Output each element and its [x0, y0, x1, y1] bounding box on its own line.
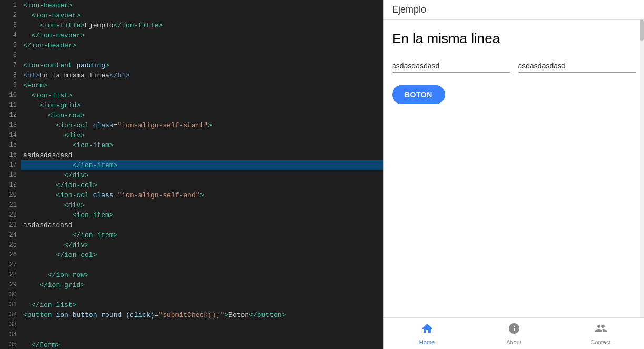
code-line[interactable]: <ion-row> — [21, 110, 383, 120]
line-number: 15 — [0, 140, 17, 150]
about-nav-label: About — [506, 339, 521, 345]
preview-panel: Ejemplo En la misma linea BOTON Home Abo… — [383, 0, 644, 349]
code-line[interactable]: <ion-navbar> — [21, 11, 383, 20]
code-line[interactable]: <ion-grid> — [21, 100, 383, 110]
line-number: 18 — [0, 170, 17, 180]
code-line[interactable]: </ion-item> — [21, 160, 383, 170]
line-number: 21 — [0, 200, 17, 210]
input-row — [392, 59, 636, 73]
code-line[interactable]: </div> — [21, 170, 383, 180]
line-number: 26 — [0, 250, 17, 260]
about-icon — [508, 322, 520, 338]
code-line[interactable]: </ion-col> — [21, 180, 383, 190]
code-content[interactable]: <ion-header> <ion-navbar> <ion-title>Eje… — [21, 0, 383, 349]
line-number: 7 — [0, 60, 17, 70]
code-line[interactable]: <ion-content padding> — [21, 60, 383, 70]
line-number: 22 — [0, 210, 17, 220]
code-line[interactable]: <ion-title>Ejemplo</ion-title> — [21, 20, 383, 30]
code-line[interactable] — [21, 290, 383, 300]
code-line[interactable] — [21, 330, 383, 340]
input-field-2[interactable] — [518, 59, 636, 73]
code-line[interactable] — [21, 320, 383, 330]
preview-content: En la misma linea BOTON — [384, 20, 644, 317]
bottom-nav: Home About Contact — [384, 317, 644, 349]
code-line[interactable]: <ion-col class="ion-align-self-end"> — [21, 190, 383, 200]
line-number: 8 — [0, 70, 17, 80]
nav-item-home[interactable]: Home — [384, 322, 470, 345]
preview-header: Ejemplo — [384, 0, 644, 20]
line-number: 6 — [0, 50, 17, 60]
code-area: 1234567891011121314151617181920212223242… — [0, 0, 383, 349]
line-number: 14 — [0, 130, 17, 140]
code-line[interactable] — [21, 50, 383, 60]
code-line[interactable]: <div> — [21, 200, 383, 210]
line-number: 23 — [0, 220, 17, 230]
code-line[interactable]: <h1>En la misma linea</h1> — [21, 70, 383, 80]
boton-button[interactable]: BOTON — [392, 85, 445, 104]
line-number: 19 — [0, 180, 17, 190]
line-number: 25 — [0, 240, 17, 250]
code-line[interactable]: </ion-row> — [21, 270, 383, 280]
contact-nav-label: Contact — [591, 339, 611, 345]
code-line[interactable]: <ion-item> — [21, 140, 383, 150]
line-number: 10 — [0, 90, 17, 100]
line-number: 33 — [0, 320, 17, 330]
code-line[interactable]: <ion-header> — [21, 1, 383, 11]
code-line[interactable]: <div> — [21, 130, 383, 140]
line-number: 4 — [0, 30, 17, 40]
line-number: 12 — [0, 110, 17, 120]
code-line[interactable]: <ion-item> — [21, 210, 383, 220]
line-number: 2 — [0, 11, 17, 20]
line-number: 13 — [0, 120, 17, 130]
code-line[interactable]: </div> — [21, 240, 383, 250]
code-line[interactable]: </ion-list> — [21, 300, 383, 310]
line-number: 28 — [0, 270, 17, 280]
preview-app-title: Ejemplo — [392, 4, 426, 15]
code-line[interactable]: <button ion-button round (click)="submit… — [21, 310, 383, 320]
code-line[interactable]: <Form> — [21, 80, 383, 90]
input-field-1[interactable] — [392, 59, 510, 73]
home-nav-label: Home — [419, 339, 435, 345]
line-number: 1 — [0, 1, 17, 11]
code-line[interactable]: </Form> — [21, 340, 383, 349]
line-number: 3 — [0, 20, 17, 30]
line-number: 31 — [0, 300, 17, 310]
scrollbar-thumb[interactable] — [640, 20, 644, 41]
code-line[interactable]: <ion-col class="ion-align-self-start"> — [21, 120, 383, 130]
nav-item-about[interactable]: About — [470, 322, 557, 345]
code-line[interactable]: <ion-list> — [21, 90, 383, 100]
code-editor: 1234567891011121314151617181920212223242… — [0, 0, 383, 349]
nav-item-contact[interactable]: Contact — [557, 322, 644, 345]
line-number: 20 — [0, 190, 17, 200]
code-line[interactable]: </ion-item> — [21, 230, 383, 240]
code-line[interactable] — [21, 260, 383, 270]
contact-icon — [595, 322, 607, 338]
code-line[interactable]: </ion-navbar> — [21, 30, 383, 40]
line-number: 16 — [0, 150, 17, 160]
code-line[interactable]: </ion-grid> — [21, 280, 383, 290]
line-numbers: 1234567891011121314151617181920212223242… — [0, 0, 21, 349]
line-number: 17 — [0, 160, 17, 170]
line-number: 11 — [0, 100, 17, 110]
line-number: 5 — [0, 40, 17, 50]
line-number: 35 — [0, 340, 17, 349]
line-number: 34 — [0, 330, 17, 340]
line-number: 27 — [0, 260, 17, 270]
code-line[interactable]: asdasdasdasd — [21, 150, 383, 160]
home-icon — [421, 322, 434, 338]
line-number: 32 — [0, 310, 17, 320]
scrollbar-track[interactable] — [640, 20, 644, 317]
line-number: 9 — [0, 80, 17, 90]
code-line[interactable]: </ion-col> — [21, 250, 383, 260]
code-line[interactable]: </ion-header> — [21, 40, 383, 50]
code-line[interactable]: asdasdasdasd — [21, 220, 383, 230]
preview-page-title: En la misma linea — [392, 30, 636, 47]
line-number: 29 — [0, 280, 17, 290]
line-number: 24 — [0, 230, 17, 240]
line-number: 30 — [0, 290, 17, 300]
